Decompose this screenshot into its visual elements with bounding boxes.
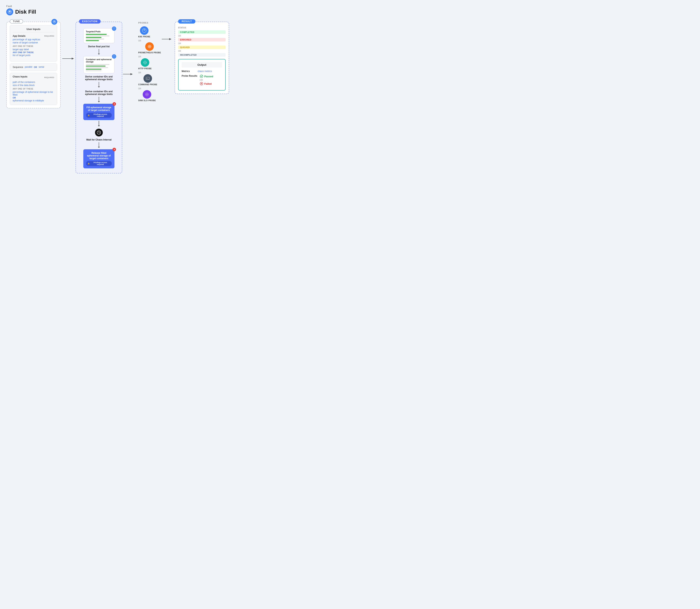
k8s-probe-name: K8S PROBE — [138, 36, 150, 38]
svg-marker-3 — [72, 58, 74, 59]
http-probe-row[interactable]: HTTP PROBE — [138, 58, 152, 70]
svg-rect-12 — [150, 46, 150, 47]
prometheus-probe-name: PROMETHEUS PROBE — [138, 52, 161, 54]
step-release-ephemeral: ✕ Release filled ephemeral storage of ta… — [80, 149, 118, 169]
status-or-2: OR — [178, 42, 226, 45]
chaos-inputs-box: Chaos Inputs REQUIRED path of the contai… — [10, 73, 57, 105]
app-replicas-field[interactable]: percentage of app replicas — [13, 38, 54, 41]
status-label: STATUS — [178, 27, 226, 29]
targeted-pods-label: Derive final pod list — [88, 45, 110, 48]
tune-k8s-icon — [51, 19, 57, 25]
step-fill-ephemeral: ✕ Fill ephemeral storage of target conta… — [80, 104, 118, 121]
ephemeral-pct-field[interactable]: percentage of ephemeral storage to be fi… — [13, 91, 54, 96]
arrow-5 — [99, 142, 99, 147]
user-inputs-title: User Inputs — [13, 28, 54, 32]
probe-result-or: OR — [200, 79, 213, 81]
parallel-option[interactable]: parallel — [25, 66, 32, 68]
chaos-or-divider: OR — [13, 97, 54, 99]
arrow-3 — [99, 97, 99, 101]
release-ephemeral-label: Release filled ephemeral storage of targ… — [86, 152, 112, 160]
chaos-any-one-label: ANY ONE OF THESE — [13, 88, 54, 90]
container-ephemeral-title: Container and ephemeral storage — [86, 58, 112, 63]
prometheus-probe-icon — [145, 42, 154, 51]
command-probe-row[interactable]: COMMAND PROBE — [138, 74, 157, 86]
fault-label: Fault — [6, 5, 694, 7]
srm-probe-icon — [143, 90, 151, 99]
page-title: Disk Fill — [15, 9, 36, 15]
probe-results-values: Passed OR Failed — [200, 74, 213, 85]
container-ephemeral-k8s-icon — [112, 54, 116, 58]
k8s-probe-icon — [140, 26, 148, 35]
status-or-1: OR — [178, 35, 226, 37]
data-block-field[interactable]: size of the data block — [13, 84, 54, 87]
probe-or-2: OR — [138, 56, 141, 58]
command-probe-name: COMMAND PROBE — [138, 84, 157, 86]
status-incompleted: INCOMPLETED — [178, 53, 226, 57]
http-probe-name: HTTP PROBE — [138, 68, 152, 70]
user-inputs-box: User Inputs App Details REQUIRED percent… — [10, 25, 57, 62]
serial-option[interactable]: serial — [38, 66, 44, 68]
result-section: RESULT STATUS COMPLETED OR ERRORED OR QU… — [175, 22, 229, 94]
app-details-required: REQUIRED — [44, 35, 54, 37]
tune-badge: TUNE — [10, 19, 23, 23]
metrics-row: Metrics chaos metrics — [181, 70, 222, 73]
tune-section: TUNE User Inputs App Details REQUIRED pe… — [6, 22, 61, 108]
fill-ephemeral-label: Fill ephemeral storage of target contain… — [86, 106, 112, 111]
probe-results-row: Probe Results Passed OR — [181, 74, 222, 85]
srm-probe-name: SRM SLO PROBE — [138, 100, 156, 102]
probes-label: PROBES — [138, 22, 148, 24]
release-privilege-badge: 🔒 Privilege access required — [86, 161, 112, 166]
result-badge: RESULT — [178, 19, 195, 23]
chaos-required-label: REQUIRED — [44, 76, 54, 79]
app-details-group: App Details REQUIRED percentage of app r… — [13, 35, 54, 57]
svg-rect-16 — [146, 77, 150, 80]
fill-privilege-icon: ✕ — [112, 102, 116, 106]
chaos-inputs-label: Chaos Inputs — [13, 75, 28, 78]
result-passed: Passed — [200, 74, 213, 78]
arrow-1 — [99, 49, 99, 54]
probe-or-4: OR — [138, 88, 141, 90]
ephemeral-mib-field[interactable]: ephemeral storage in mibibyte — [13, 99, 54, 102]
sequence-or: OR — [34, 66, 37, 68]
main-layout: TUNE User Inputs App Details REQUIRED pe… — [6, 22, 694, 173]
or-divider-1: ANY ONE OF THESE — [13, 51, 54, 53]
fill-ephemeral-card: ✕ Fill ephemeral storage of target conta… — [83, 104, 115, 120]
k8s-probe-row[interactable]: K8S PROBE — [138, 26, 150, 38]
svg-point-20 — [147, 94, 147, 94]
wait-label: Wait for Chaos Interval — [86, 138, 111, 141]
tune-to-exec-arrow — [61, 57, 75, 60]
probe-or-3: OR — [138, 72, 141, 74]
targeted-pods-k8s-icon — [112, 27, 116, 31]
release-ephemeral-card: ✕ Release filled ephemeral storage of ta… — [83, 149, 115, 168]
targeted-pods-title: Targeted Pods — [86, 30, 112, 33]
probes-section: PROBES K8S PROBE OR — [134, 22, 161, 103]
prometheus-probe-row[interactable]: PROMETHEUS PROBE — [138, 42, 161, 54]
sequence-label: Sequence — [13, 66, 23, 69]
status-row: COMPLETED OR ERRORED OR QUEUED OR INCOMP… — [178, 30, 226, 57]
target-container-field[interactable]: name of target container — [13, 41, 54, 44]
release-privilege-icon: ✕ — [112, 148, 116, 151]
probe-or-1: OR — [138, 40, 141, 42]
srm-slo-probe-row[interactable]: SRM SLO PROBE — [138, 90, 156, 102]
arrow-4 — [99, 121, 99, 125]
path-containers-field[interactable]: path of the containers — [13, 81, 54, 84]
svg-marker-22 — [169, 38, 172, 40]
execution-section: EXECUTION Targeted Pods — [75, 22, 122, 173]
exec-to-probes-arrow — [122, 72, 134, 76]
exec-probes-result: EXECUTION Targeted Pods — [75, 22, 229, 173]
probes-to-result-arrow — [161, 37, 172, 41]
status-completed: COMPLETED — [178, 30, 226, 34]
container-ephemeral-label: Derive container IDs and ephemeral stora… — [80, 75, 118, 81]
metrics-value[interactable]: chaos metrics — [197, 70, 212, 73]
target-app-label-field[interactable]: target app label — [13, 48, 54, 51]
step-container-ephemeral: Container and ephemeral storage Derive c… — [80, 56, 118, 82]
any-one-label: ANY ONE OF THESE — [13, 45, 54, 47]
http-probe-icon — [141, 58, 149, 67]
container-ephemeral-card: Container and ephemeral storage — [83, 56, 115, 73]
sequence-row: Sequence parallel OR serial — [10, 64, 57, 71]
status-queued: QUEUED — [178, 46, 226, 49]
target-pods-field[interactable]: list of target pods — [13, 54, 54, 57]
derive-limits-label: Derive container IDs and ephemeral stora… — [80, 90, 118, 95]
title-k8s-icon — [6, 8, 13, 15]
fill-privilege-badge: 🔒 Privilege access required — [86, 113, 112, 118]
